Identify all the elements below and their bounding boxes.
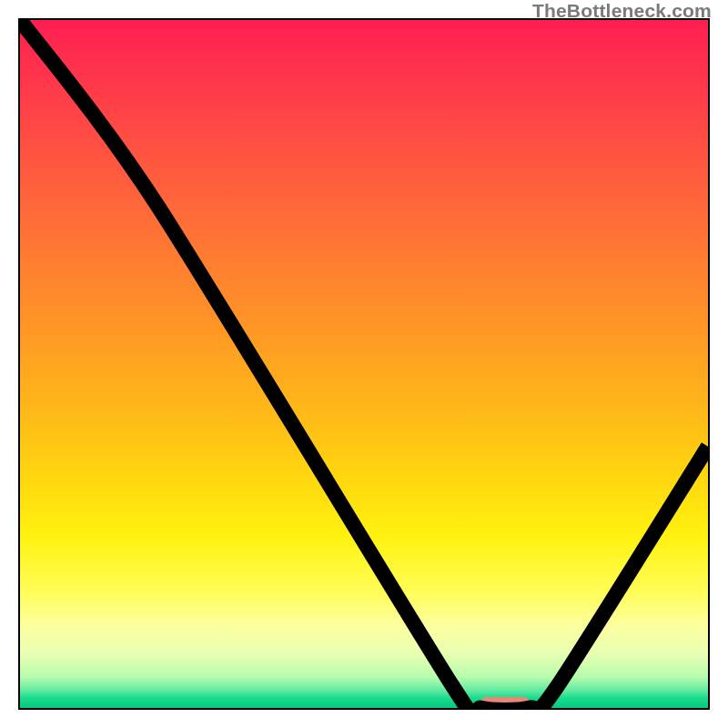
bottleneck-curve (20, 20, 708, 708)
chart-canvas: TheBottleneck.com (0, 0, 728, 728)
plot-area (18, 18, 710, 710)
curve-path (20, 20, 708, 708)
